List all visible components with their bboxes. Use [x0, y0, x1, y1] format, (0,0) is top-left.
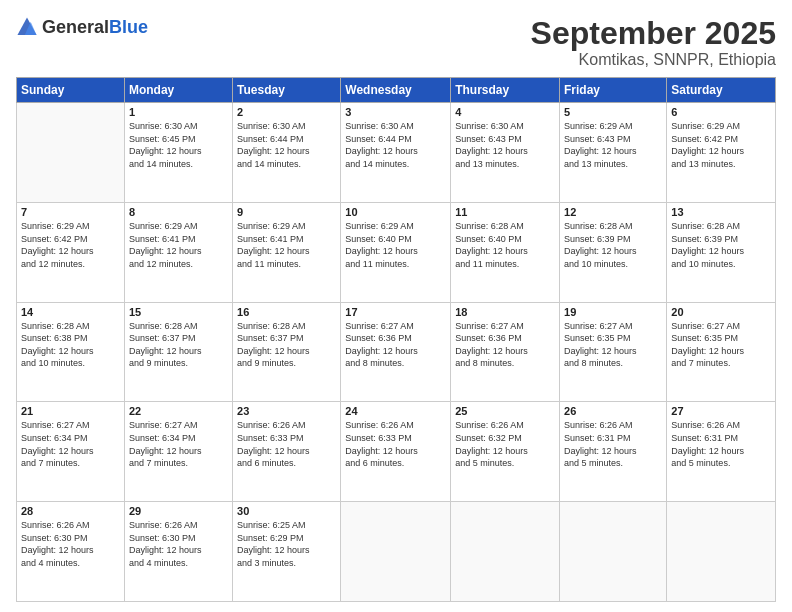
- day-number: 11: [455, 206, 555, 218]
- day-info: Sunrise: 6:27 AMSunset: 6:35 PMDaylight:…: [564, 320, 662, 370]
- day-info: Sunrise: 6:26 AMSunset: 6:32 PMDaylight:…: [455, 419, 555, 469]
- day-number: 7: [21, 206, 120, 218]
- calendar-cell: 14Sunrise: 6:28 AMSunset: 6:38 PMDayligh…: [17, 302, 125, 402]
- day-number: 1: [129, 106, 228, 118]
- week-row-4: 21Sunrise: 6:27 AMSunset: 6:34 PMDayligh…: [17, 402, 776, 502]
- calendar-cell: 17Sunrise: 6:27 AMSunset: 6:36 PMDayligh…: [341, 302, 451, 402]
- calendar-cell: 10Sunrise: 6:29 AMSunset: 6:40 PMDayligh…: [341, 202, 451, 302]
- day-info: Sunrise: 6:27 AMSunset: 6:34 PMDaylight:…: [21, 419, 120, 469]
- day-number: 17: [345, 306, 446, 318]
- day-info: Sunrise: 6:30 AMSunset: 6:43 PMDaylight:…: [455, 120, 555, 170]
- calendar-cell: 12Sunrise: 6:28 AMSunset: 6:39 PMDayligh…: [560, 202, 667, 302]
- day-info: Sunrise: 6:27 AMSunset: 6:36 PMDaylight:…: [455, 320, 555, 370]
- weekday-header-tuesday: Tuesday: [233, 78, 341, 103]
- day-number: 14: [21, 306, 120, 318]
- week-row-1: 1Sunrise: 6:30 AMSunset: 6:45 PMDaylight…: [17, 103, 776, 203]
- day-info: Sunrise: 6:26 AMSunset: 6:30 PMDaylight:…: [21, 519, 120, 569]
- day-number: 9: [237, 206, 336, 218]
- month-title: September 2025: [531, 16, 776, 51]
- calendar-cell: 26Sunrise: 6:26 AMSunset: 6:31 PMDayligh…: [560, 402, 667, 502]
- calendar-cell: 25Sunrise: 6:26 AMSunset: 6:32 PMDayligh…: [451, 402, 560, 502]
- day-info: Sunrise: 6:26 AMSunset: 6:33 PMDaylight:…: [237, 419, 336, 469]
- calendar-cell: 3Sunrise: 6:30 AMSunset: 6:44 PMDaylight…: [341, 103, 451, 203]
- calendar-cell: 9Sunrise: 6:29 AMSunset: 6:41 PMDaylight…: [233, 202, 341, 302]
- day-number: 10: [345, 206, 446, 218]
- day-number: 28: [21, 505, 120, 517]
- calendar-cell: 5Sunrise: 6:29 AMSunset: 6:43 PMDaylight…: [560, 103, 667, 203]
- day-info: Sunrise: 6:29 AMSunset: 6:42 PMDaylight:…: [671, 120, 771, 170]
- day-number: 25: [455, 405, 555, 417]
- calendar-cell: 4Sunrise: 6:30 AMSunset: 6:43 PMDaylight…: [451, 103, 560, 203]
- weekday-header-friday: Friday: [560, 78, 667, 103]
- day-info: Sunrise: 6:26 AMSunset: 6:30 PMDaylight:…: [129, 519, 228, 569]
- calendar-cell: [451, 502, 560, 602]
- day-info: Sunrise: 6:28 AMSunset: 6:37 PMDaylight:…: [129, 320, 228, 370]
- week-row-3: 14Sunrise: 6:28 AMSunset: 6:38 PMDayligh…: [17, 302, 776, 402]
- day-number: 12: [564, 206, 662, 218]
- week-row-5: 28Sunrise: 6:26 AMSunset: 6:30 PMDayligh…: [17, 502, 776, 602]
- day-number: 30: [237, 505, 336, 517]
- day-info: Sunrise: 6:27 AMSunset: 6:34 PMDaylight:…: [129, 419, 228, 469]
- day-info: Sunrise: 6:27 AMSunset: 6:35 PMDaylight:…: [671, 320, 771, 370]
- calendar-cell: 20Sunrise: 6:27 AMSunset: 6:35 PMDayligh…: [667, 302, 776, 402]
- day-number: 16: [237, 306, 336, 318]
- day-info: Sunrise: 6:25 AMSunset: 6:29 PMDaylight:…: [237, 519, 336, 569]
- day-info: Sunrise: 6:29 AMSunset: 6:41 PMDaylight:…: [237, 220, 336, 270]
- calendar-cell: 16Sunrise: 6:28 AMSunset: 6:37 PMDayligh…: [233, 302, 341, 402]
- calendar-cell: 30Sunrise: 6:25 AMSunset: 6:29 PMDayligh…: [233, 502, 341, 602]
- logo: GeneralBlue: [16, 16, 148, 38]
- day-info: Sunrise: 6:27 AMSunset: 6:36 PMDaylight:…: [345, 320, 446, 370]
- weekday-header-sunday: Sunday: [17, 78, 125, 103]
- day-number: 3: [345, 106, 446, 118]
- day-number: 26: [564, 405, 662, 417]
- day-number: 24: [345, 405, 446, 417]
- calendar-cell: 23Sunrise: 6:26 AMSunset: 6:33 PMDayligh…: [233, 402, 341, 502]
- day-number: 5: [564, 106, 662, 118]
- day-number: 13: [671, 206, 771, 218]
- day-info: Sunrise: 6:29 AMSunset: 6:43 PMDaylight:…: [564, 120, 662, 170]
- day-info: Sunrise: 6:28 AMSunset: 6:39 PMDaylight:…: [564, 220, 662, 270]
- calendar-cell: 24Sunrise: 6:26 AMSunset: 6:33 PMDayligh…: [341, 402, 451, 502]
- calendar-cell: [560, 502, 667, 602]
- day-number: 6: [671, 106, 771, 118]
- calendar-cell: 8Sunrise: 6:29 AMSunset: 6:41 PMDaylight…: [124, 202, 232, 302]
- day-info: Sunrise: 6:28 AMSunset: 6:38 PMDaylight:…: [21, 320, 120, 370]
- calendar-cell: 7Sunrise: 6:29 AMSunset: 6:42 PMDaylight…: [17, 202, 125, 302]
- title-block: September 2025 Komtikas, SNNPR, Ethiopia: [531, 16, 776, 69]
- day-info: Sunrise: 6:26 AMSunset: 6:31 PMDaylight:…: [564, 419, 662, 469]
- day-info: Sunrise: 6:29 AMSunset: 6:40 PMDaylight:…: [345, 220, 446, 270]
- calendar-cell: [17, 103, 125, 203]
- calendar-cell: 1Sunrise: 6:30 AMSunset: 6:45 PMDaylight…: [124, 103, 232, 203]
- day-number: 18: [455, 306, 555, 318]
- calendar-cell: 19Sunrise: 6:27 AMSunset: 6:35 PMDayligh…: [560, 302, 667, 402]
- calendar-cell: 22Sunrise: 6:27 AMSunset: 6:34 PMDayligh…: [124, 402, 232, 502]
- day-info: Sunrise: 6:28 AMSunset: 6:39 PMDaylight:…: [671, 220, 771, 270]
- location-title: Komtikas, SNNPR, Ethiopia: [531, 51, 776, 69]
- day-info: Sunrise: 6:26 AMSunset: 6:31 PMDaylight:…: [671, 419, 771, 469]
- week-row-2: 7Sunrise: 6:29 AMSunset: 6:42 PMDaylight…: [17, 202, 776, 302]
- day-info: Sunrise: 6:29 AMSunset: 6:41 PMDaylight:…: [129, 220, 228, 270]
- day-info: Sunrise: 6:26 AMSunset: 6:33 PMDaylight:…: [345, 419, 446, 469]
- weekday-header-monday: Monday: [124, 78, 232, 103]
- logo-blue-text: Blue: [109, 17, 148, 37]
- calendar-cell: 2Sunrise: 6:30 AMSunset: 6:44 PMDaylight…: [233, 103, 341, 203]
- weekday-header-thursday: Thursday: [451, 78, 560, 103]
- day-number: 4: [455, 106, 555, 118]
- day-info: Sunrise: 6:28 AMSunset: 6:37 PMDaylight:…: [237, 320, 336, 370]
- weekday-header-saturday: Saturday: [667, 78, 776, 103]
- day-number: 15: [129, 306, 228, 318]
- day-info: Sunrise: 6:30 AMSunset: 6:44 PMDaylight:…: [237, 120, 336, 170]
- day-info: Sunrise: 6:30 AMSunset: 6:44 PMDaylight:…: [345, 120, 446, 170]
- day-number: 19: [564, 306, 662, 318]
- day-number: 21: [21, 405, 120, 417]
- calendar-table: SundayMondayTuesdayWednesdayThursdayFrid…: [16, 77, 776, 602]
- day-info: Sunrise: 6:30 AMSunset: 6:45 PMDaylight:…: [129, 120, 228, 170]
- day-number: 23: [237, 405, 336, 417]
- calendar-cell: [667, 502, 776, 602]
- calendar-cell: [341, 502, 451, 602]
- day-info: Sunrise: 6:28 AMSunset: 6:40 PMDaylight:…: [455, 220, 555, 270]
- calendar-cell: 28Sunrise: 6:26 AMSunset: 6:30 PMDayligh…: [17, 502, 125, 602]
- calendar-cell: 6Sunrise: 6:29 AMSunset: 6:42 PMDaylight…: [667, 103, 776, 203]
- logo-icon: [16, 16, 38, 38]
- day-number: 29: [129, 505, 228, 517]
